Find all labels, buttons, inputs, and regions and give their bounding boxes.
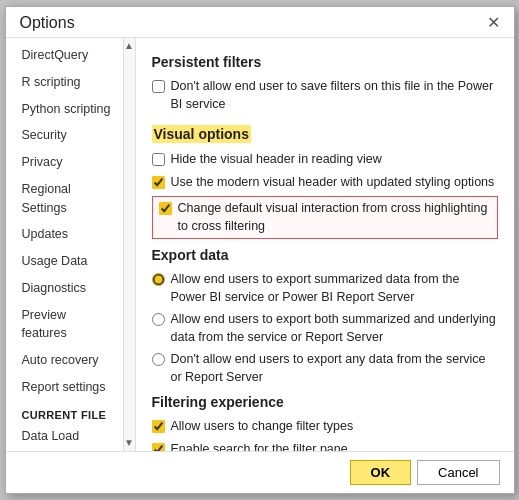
sidebar-item-r-scripting[interactable]: R scripting <box>6 69 123 96</box>
option-row-1-1: Use the modern visual header with update… <box>152 174 498 192</box>
checkbox-3-0[interactable] <box>152 420 165 433</box>
option-label-3-0: Allow users to change filter types <box>171 418 354 436</box>
sidebar-item-preview-features[interactable]: Preview features <box>6 302 123 348</box>
checkbox-3-1[interactable] <box>152 443 165 452</box>
checkbox-1-1[interactable] <box>152 176 165 189</box>
radio-2-2[interactable] <box>152 353 165 366</box>
content-area: Persistent filtersDon't allow end user t… <box>136 38 514 451</box>
dialog-footer: OK Cancel <box>6 451 514 493</box>
option-row-2-1: Allow end users to export both summarize… <box>152 311 498 346</box>
section-heading-3: Filtering experience <box>152 394 498 410</box>
option-label-2-0: Allow end users to export summarized dat… <box>171 271 498 306</box>
sidebar-item-regional-settings[interactable]: Regional Settings <box>6 176 123 222</box>
option-row-3-1: Enable search for the filter pane <box>152 441 498 452</box>
option-row-3-0: Allow users to change filter types <box>152 418 498 436</box>
sidebar-item-usage-data[interactable]: Usage Data <box>6 248 123 275</box>
option-label-3-1: Enable search for the filter pane <box>171 441 348 452</box>
content-scroll: Persistent filtersDon't allow end user t… <box>136 38 514 451</box>
option-label-0-0: Don't allow end user to save filters on … <box>171 78 498 113</box>
sidebar-section-label: CURRENT FILE <box>6 401 123 423</box>
checkbox-1-0[interactable] <box>152 153 165 166</box>
sidebar-scroll-up[interactable]: ▲ <box>124 40 134 52</box>
highlighted-option-row: Change default visual interaction from c… <box>152 196 498 239</box>
section-heading-1: Visual options <box>152 125 251 143</box>
option-label-1-1: Use the modern visual header with update… <box>171 174 495 192</box>
checkbox-highlighted-1-2[interactable] <box>159 202 172 215</box>
options-dialog: Options ✕ DirectQueryR scriptingPython s… <box>5 6 515 494</box>
dialog-body: DirectQueryR scriptingPython scriptingSe… <box>6 38 514 451</box>
sidebar-scrollbar: ▲ ▼ <box>123 38 135 451</box>
dialog-titlebar: Options ✕ <box>6 7 514 38</box>
sidebar-scroll-down[interactable]: ▼ <box>124 437 134 449</box>
checkbox-0-0[interactable] <box>152 80 165 93</box>
sidebar: DirectQueryR scriptingPython scriptingSe… <box>6 38 136 451</box>
option-label-2-2: Don't allow end users to export any data… <box>171 351 498 386</box>
option-row-1-0: Hide the visual header in reading view <box>152 151 498 169</box>
cancel-button[interactable]: Cancel <box>417 460 499 485</box>
dialog-title: Options <box>20 14 75 32</box>
sidebar-scroll: DirectQueryR scriptingPython scriptingSe… <box>6 38 123 451</box>
ok-button[interactable]: OK <box>350 460 412 485</box>
section-heading-0: Persistent filters <box>152 54 498 70</box>
option-row-2-0: Allow end users to export summarized dat… <box>152 271 498 306</box>
option-label-2-1: Allow end users to export both summarize… <box>171 311 498 346</box>
sidebar-item-privacy[interactable]: Privacy <box>6 149 123 176</box>
option-row-2-2: Don't allow end users to export any data… <box>152 351 498 386</box>
sidebar-item-report-settings[interactable]: Report settings <box>6 374 123 401</box>
sidebar-item-directquery[interactable]: DirectQuery <box>6 42 123 69</box>
radio-2-0[interactable] <box>152 273 165 286</box>
sidebar-item-diagnostics[interactable]: Diagnostics <box>6 275 123 302</box>
sidebar-item-security[interactable]: Security <box>6 122 123 149</box>
highlighted-option-label: Change default visual interaction from c… <box>178 200 491 235</box>
section-heading-2: Export data <box>152 247 498 263</box>
sidebar-item-updates[interactable]: Updates <box>6 221 123 248</box>
radio-2-1[interactable] <box>152 313 165 326</box>
sidebar-file-item-data-load[interactable]: Data Load <box>6 423 123 450</box>
sidebar-item-auto-recovery[interactable]: Auto recovery <box>6 347 123 374</box>
option-label-1-0: Hide the visual header in reading view <box>171 151 382 169</box>
sidebar-item-python-scripting[interactable]: Python scripting <box>6 96 123 123</box>
close-button[interactable]: ✕ <box>483 13 504 33</box>
option-row-0-0: Don't allow end user to save filters on … <box>152 78 498 113</box>
